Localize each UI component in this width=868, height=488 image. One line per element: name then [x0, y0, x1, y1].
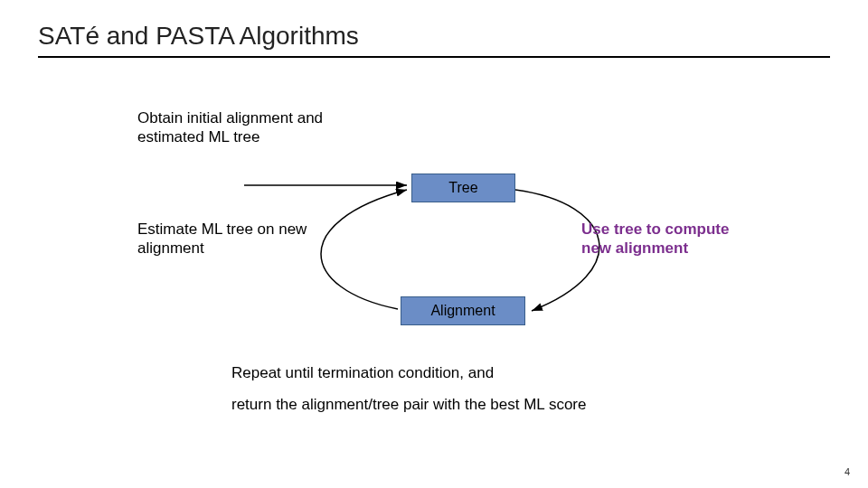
arrows-svg: [0, 0, 868, 488]
return-text: return the alignment/tree pair with the …: [231, 396, 586, 414]
tree-box: Tree: [411, 174, 515, 202]
left-line1: Estimate ML tree on new: [137, 220, 307, 239]
intro-line2: estimated ML tree: [137, 127, 323, 146]
intro-text: Obtain initial alignment and estimated M…: [137, 108, 323, 147]
alignment-box: Alignment: [401, 296, 525, 325]
intro-line1: Obtain initial alignment and: [137, 108, 323, 127]
left-step-text: Estimate ML tree on new alignment: [137, 220, 307, 258]
tree-box-label: Tree: [448, 180, 477, 196]
left-line2: alignment: [137, 239, 307, 258]
page-number: 4: [844, 466, 850, 477]
right-step-text: Use tree to compute new alignment: [581, 220, 729, 258]
right-line2: new alignment: [581, 239, 729, 258]
slide-title: SATé and PASTA Algorithms: [38, 22, 359, 51]
title-underline: [38, 56, 830, 58]
alignment-box-label: Alignment: [430, 303, 495, 319]
right-line1: Use tree to compute: [581, 220, 729, 239]
repeat-text: Repeat until termination condition, and: [231, 364, 494, 382]
